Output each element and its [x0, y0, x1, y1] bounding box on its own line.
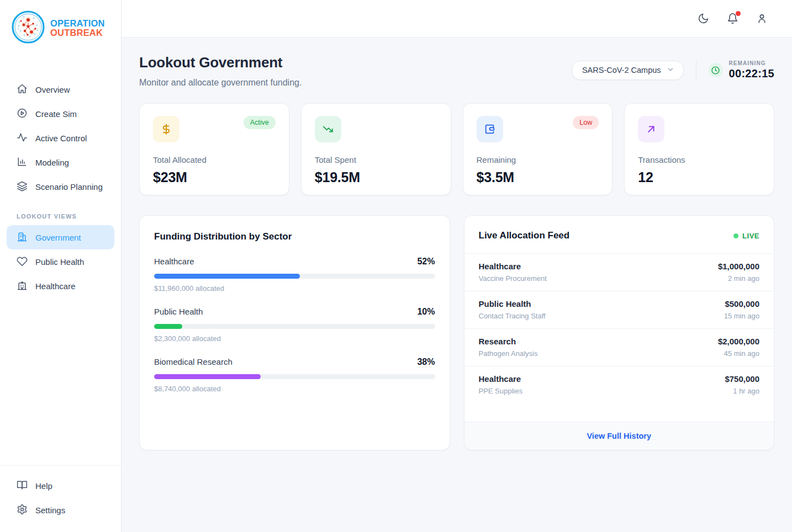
stat-label: Transactions — [638, 155, 761, 164]
feed-row: Healthcare PPE Supplies $750,000 1 hr ag… — [464, 366, 774, 403]
stat-value: $3.5M — [477, 169, 599, 185]
brand-name: OPERATION OUTBREAK — [50, 19, 105, 38]
gear-icon — [17, 504, 28, 517]
stat-label: Total Allocated — [153, 155, 276, 164]
stat-card-top — [315, 116, 437, 142]
progress-bar-fill — [154, 274, 300, 279]
feed-detail: Pathogen Analysis — [479, 349, 538, 358]
funding-row-healthcare: Healthcare 52% $11,960,000 allocated — [154, 257, 435, 292]
home-icon — [17, 83, 28, 96]
view-full-history-link[interactable]: View Full History — [587, 432, 651, 440]
main-area: Lookout Government Monitor and allocate … — [122, 0, 792, 532]
arrow-up-right-icon — [638, 116, 664, 142]
feed-time: 15 min ago — [724, 312, 759, 320]
feed-category: Healthcare — [479, 262, 547, 271]
sidebar-item-help[interactable]: Help — [7, 474, 114, 498]
stat-card-total-allocated: Active Total Allocated $23M — [139, 103, 289, 195]
timer-text-block: REMAINING 00:22:15 — [729, 60, 774, 80]
sidebar-item-government[interactable]: Government — [7, 225, 114, 249]
book-open-icon — [17, 480, 28, 492]
sector-name: Biomedical Research — [154, 357, 233, 366]
page-title: Lookout Government — [139, 54, 302, 71]
clock-icon — [709, 63, 723, 77]
heart-icon — [17, 256, 28, 268]
sidebar-item-settings[interactable]: Settings — [7, 498, 114, 522]
scenario-select[interactable]: SARS-CoV-2 Campus — [572, 61, 684, 80]
sidebar-spacer — [0, 298, 121, 465]
header-divider — [696, 60, 696, 81]
sidebar-nav: Overview Create Sim Active Control Model… — [0, 55, 121, 298]
bank-building-icon — [17, 231, 28, 244]
hospital-icon — [17, 280, 28, 292]
funding-distribution-panel: Funding Distribution by Sector Healthcar… — [139, 215, 450, 450]
sidebar-item-label: Scenario Planning — [35, 182, 103, 191]
sidebar-item-active-control[interactable]: Active Control — [7, 126, 114, 150]
live-allocation-feed-panel: Live Allocation Feed LIVE Healthcare Vac… — [464, 215, 775, 450]
funding-row-head: Healthcare 52% — [154, 257, 435, 267]
progress-bar-track — [154, 324, 435, 329]
feed-row-left: Public Health Contact Tracing Staff — [479, 299, 546, 320]
page-header: Lookout Government Monitor and allocate … — [139, 54, 774, 88]
progress-bar-fill — [154, 374, 261, 379]
feed-time: 45 min ago — [718, 349, 759, 358]
feed-time: 2 min ago — [718, 274, 759, 283]
sector-percent: 52% — [417, 257, 435, 267]
sector-name: Public Health — [154, 307, 203, 316]
allocated-amount: $11,960,000 allocated — [154, 284, 435, 292]
feed-row-right: $750,000 1 hr ago — [725, 374, 759, 395]
stat-card-top: Active — [153, 116, 276, 142]
notification-dot — [736, 11, 741, 16]
wallet-icon — [477, 116, 503, 142]
feed-row-left: Healthcare PPE Supplies — [479, 374, 523, 395]
brand-line2: OUTBREAK — [50, 28, 105, 38]
sidebar-item-label: Help — [35, 481, 52, 491]
funding-panel-title: Funding Distribution by Sector — [154, 231, 435, 242]
bottom-grid: Funding Distribution by Sector Healthcar… — [139, 215, 774, 450]
scenario-select-value: SARS-CoV-2 Campus — [582, 66, 661, 75]
timer-value: 00:22:15 — [729, 67, 774, 80]
dollar-icon — [153, 116, 179, 142]
brand-logo: OPERATION OUTBREAK — [0, 0, 121, 55]
funding-row-public-health: Public Health 10% $2,300,000 allocated — [154, 307, 435, 343]
page-subtitle: Monitor and allocate government funding. — [139, 78, 302, 88]
feed-row-left: Healthcare Vaccine Procurement — [479, 262, 547, 283]
feed-detail: Contact Tracing Staff — [479, 312, 546, 320]
moon-icon[interactable] — [698, 13, 709, 24]
sidebar: OPERATION OUTBREAK Overview Create Sim — [0, 0, 122, 532]
status-badge-low: Low — [573, 116, 599, 129]
user-icon[interactable] — [756, 13, 768, 24]
feed-row: Healthcare Vaccine Procurement $1,000,00… — [464, 253, 774, 291]
funding-row-biomedical-research: Biomedical Research 38% $8,740,000 alloc… — [154, 357, 435, 393]
sidebar-item-scenario-planning[interactable]: Scenario Planning — [7, 174, 114, 199]
sidebar-footer: Help Settings — [0, 465, 121, 532]
stat-value: 12 — [638, 169, 761, 185]
feed-detail: PPE Supplies — [479, 387, 523, 395]
stat-label: Remaining — [477, 155, 599, 164]
sidebar-item-public-health[interactable]: Public Health — [7, 249, 114, 274]
sector-percent: 38% — [417, 357, 435, 367]
virus-globe-icon — [11, 10, 45, 46]
chevron-down-icon — [667, 66, 674, 75]
sidebar-item-create-sim[interactable]: Create Sim — [7, 102, 114, 126]
app-root: OPERATION OUTBREAK Overview Create Sim — [0, 0, 792, 532]
sidebar-item-overview[interactable]: Overview — [7, 77, 114, 102]
stat-card-top: Low — [477, 116, 599, 142]
feed-amount: $1,000,000 — [718, 262, 759, 271]
sidebar-item-label: Public Health — [35, 257, 84, 267]
progress-bar-track — [154, 374, 435, 379]
feed-panel-title: Live Allocation Feed — [479, 230, 570, 241]
sidebar-item-modeling[interactable]: Modeling — [7, 150, 114, 174]
trending-down-icon — [315, 116, 341, 142]
play-circle-icon — [17, 108, 28, 120]
sidebar-item-label: Active Control — [35, 134, 87, 143]
sector-name: Healthcare — [154, 257, 194, 266]
progress-bar-fill — [154, 324, 182, 329]
sidebar-item-label: Healthcare — [35, 281, 76, 291]
feed-category: Research — [479, 337, 538, 346]
sidebar-item-healthcare[interactable]: Healthcare — [7, 274, 114, 298]
bell-icon[interactable] — [727, 13, 738, 24]
session-timer: REMAINING 00:22:15 — [709, 60, 774, 80]
allocated-amount: $8,740,000 allocated — [154, 385, 435, 393]
feed-row: Public Health Contact Tracing Staff $500… — [464, 291, 774, 328]
feed-amount: $500,000 — [724, 299, 759, 308]
